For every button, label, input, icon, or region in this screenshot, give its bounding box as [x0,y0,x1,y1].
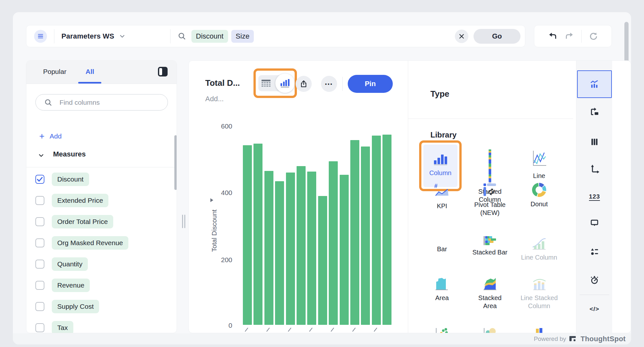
workspace-selector[interactable]: Parameters WS [61,32,114,40]
measure-label[interactable]: Extended Price [52,194,108,207]
axis-expand-arrow-icon[interactable] [210,198,213,202]
bar[interactable] [307,172,316,325]
library-item-donut[interactable]: Donut [515,183,563,208]
bar[interactable] [382,135,391,325]
measure-label[interactable]: Quantity [52,257,88,271]
timer-icon [590,275,599,285]
bar[interactable] [297,166,306,325]
share-icon [299,80,308,88]
share-button[interactable] [296,76,312,92]
checkbox-checked[interactable] [35,175,44,184]
answer-subtitle[interactable]: Add... [205,95,224,103]
rail-swap-axes-button[interactable] [576,98,612,126]
measure-label[interactable]: Revenue [52,279,90,292]
search-input-area[interactable]: Discount Size [178,30,455,43]
library-item-area[interactable]: Area [418,277,466,302]
search-icon [44,98,52,107]
y-tick-200: 200 [202,256,232,264]
checkbox-unchecked[interactable] [35,196,44,205]
panel-resize-handle[interactable] [182,215,186,228]
bar[interactable] [329,161,338,325]
measure-row: Order Total Price [26,213,177,231]
bar[interactable] [275,181,284,325]
bar[interactable] [340,175,349,325]
measures-section-header[interactable]: Measures [26,147,177,167]
bar[interactable] [372,136,381,325]
chart-view-toggle-selected[interactable] [275,74,295,93]
bar[interactable] [350,140,359,325]
bar[interactable] [253,144,262,325]
undo-button[interactable] [548,31,557,41]
bar[interactable] [286,173,295,325]
go-button[interactable]: Go [474,29,520,44]
rail-globe-button[interactable] [576,324,612,333]
tooltip-icon [590,218,599,228]
rail-chart-config-button[interactable] [577,70,612,98]
checkbox-unchecked[interactable] [35,281,44,290]
library-item-bubble-partial[interactable] [466,328,514,333]
measure-label[interactable]: Order Total Price [52,215,113,228]
search-bar: Parameters WS Discount Size Go [26,25,525,47]
bar[interactable] [361,147,370,325]
find-columns-input[interactable]: Find columns [35,94,168,111]
view-toggle[interactable] [258,75,292,91]
measure-label[interactable]: Tax [52,321,73,333]
library-item-line-column[interactable]: Line Column [515,236,563,262]
search-token-size[interactable]: Size [231,30,254,43]
more-options-button[interactable]: ••• [321,76,337,92]
chevron-down-icon [38,152,45,160]
search-token-discount[interactable]: Discount [191,30,228,43]
clear-search-button[interactable] [455,30,468,43]
chart-view-icon [281,79,290,86]
redo-button[interactable] [565,31,574,41]
checkbox-unchecked[interactable] [35,323,44,332]
rail-tooltip-button[interactable] [576,209,612,237]
library-item-pivot-table[interactable]: Pivot Table(NEW) [466,183,514,217]
checkbox-unchecked[interactable] [35,217,44,226]
bubble-chart-icon [482,328,498,333]
checkbox-unchecked[interactable] [35,302,44,311]
rail-timer-button[interactable] [576,266,612,294]
library-item-line[interactable]: Line [515,149,563,180]
divider [408,119,573,119]
column-chart-icon [434,155,447,165]
tab-all[interactable]: All [86,68,94,76]
library-item-stacked-bar[interactable]: Stacked Bar [466,236,514,256]
rail-columns-button[interactable] [576,128,612,156]
sidebar-scrollbar[interactable] [174,135,177,190]
y-axis-label[interactable]: Total Discount [210,209,218,252]
bar[interactable] [264,171,273,325]
rail-embed-code-button[interactable]: </> [576,295,612,323]
x-axis-label-clipped [352,328,356,332]
bar[interactable] [243,145,252,325]
chevron-down-icon[interactable] [119,33,126,40]
measure-label[interactable]: Org Masked Revenue [52,236,128,250]
checkbox-unchecked[interactable] [35,238,44,247]
checkbox-unchecked[interactable] [35,260,44,269]
tab-popular[interactable]: Popular [43,68,66,76]
line-chart-icon [531,149,547,167]
library-item-column-partial[interactable] [515,328,563,333]
rail-number-format-button[interactable]: 123 [576,183,612,211]
collapse-panel-icon[interactable] [158,67,168,76]
library-item-column[interactable]: Column [423,145,457,187]
divider [26,167,177,167]
library-item-kpi[interactable]: # KPI [418,183,466,210]
answer-title[interactable]: Total D... [205,78,240,88]
pin-button[interactable]: Pin [348,75,393,93]
rail-legend-button[interactable] [576,238,612,265]
x-axis-label-clipped [245,328,248,332]
library-item-stacked-area[interactable]: StackedArea [466,277,514,310]
add-column-button[interactable]: + Add [39,132,62,140]
library-item-line-stacked-column[interactable]: Line StackedColumn [515,277,563,310]
library-item-scatter-partial[interactable] [418,328,466,333]
table-view-icon[interactable] [262,80,271,87]
measure-label[interactable]: Supply Cost [52,300,99,313]
library-item-bar[interactable]: Bar [418,236,466,253]
reset-button[interactable] [589,31,598,41]
hamburger-menu-button[interactable] [34,30,47,43]
bar[interactable] [318,196,327,325]
rail-axes-button[interactable] [576,155,612,182]
data-panel-header: Popular All [26,61,177,84]
measure-label[interactable]: Discount [52,173,89,186]
